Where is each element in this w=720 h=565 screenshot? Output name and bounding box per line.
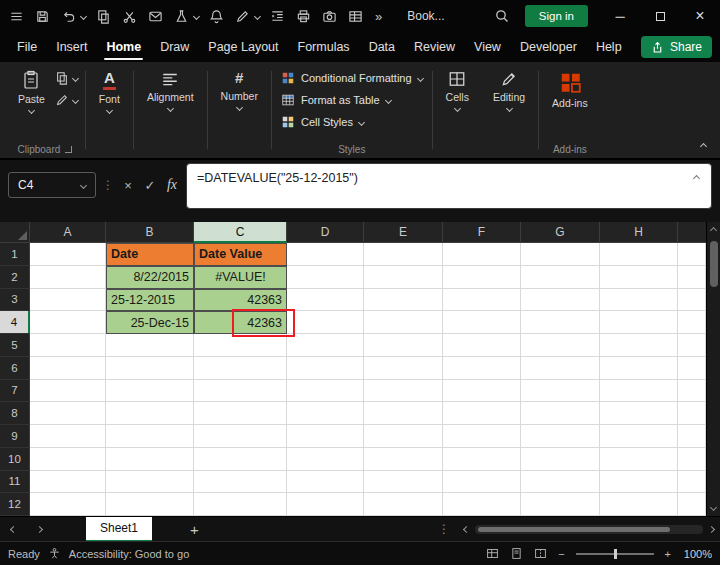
cell-c5[interactable] xyxy=(194,334,287,357)
sheet-bar-dots-icon[interactable]: ⋮ xyxy=(438,522,450,536)
row-header-2[interactable]: 2 xyxy=(0,266,30,289)
scroll-down-icon[interactable] xyxy=(710,504,717,511)
cell-h11[interactable] xyxy=(600,471,678,494)
clipboard-dialog-launcher-icon[interactable] xyxy=(65,146,72,153)
cell-c8[interactable] xyxy=(194,402,287,425)
cell-e4[interactable] xyxy=(364,311,443,334)
cell-a5[interactable] xyxy=(30,334,106,357)
column-header-d[interactable]: D xyxy=(287,222,364,243)
cell-c10[interactable] xyxy=(194,448,287,471)
editing-button[interactable]: Editing xyxy=(485,67,533,114)
cell-g9[interactable] xyxy=(521,425,600,448)
conditional-formatting-button[interactable]: Conditional Formatting xyxy=(277,67,427,89)
close-button[interactable]: × xyxy=(680,0,720,32)
tab-formulas[interactable]: Formulas xyxy=(297,33,351,61)
pen-icon[interactable] xyxy=(234,8,251,25)
cell-g11[interactable] xyxy=(521,471,600,494)
cell-f5[interactable] xyxy=(443,334,521,357)
cell-a7[interactable] xyxy=(30,380,106,403)
flask-icon[interactable] xyxy=(173,8,190,25)
add-sheet-button[interactable]: + xyxy=(190,521,199,538)
cell-b1[interactable]: Date xyxy=(106,243,194,266)
cell-h4[interactable] xyxy=(600,311,678,334)
maximize-button[interactable] xyxy=(640,0,680,32)
cell-d3[interactable] xyxy=(287,289,364,312)
cell-d10[interactable] xyxy=(287,448,364,471)
row-header-6[interactable]: 6 xyxy=(0,357,30,380)
tab-page-layout[interactable]: Page Layout xyxy=(207,33,279,61)
horizontal-scrollbar[interactable]: ⋮ xyxy=(438,522,720,536)
cell-g7[interactable] xyxy=(521,380,600,403)
indent-icon[interactable] xyxy=(269,8,286,25)
cell-b6[interactable] xyxy=(106,357,194,380)
cell-h5[interactable] xyxy=(600,334,678,357)
mail-icon[interactable] xyxy=(147,8,164,25)
paste-button[interactable]: Paste xyxy=(10,67,53,116)
tab-file[interactable]: File xyxy=(16,33,38,61)
sheet-nav-left-icon[interactable] xyxy=(0,527,26,532)
addins-button[interactable]: Add-ins xyxy=(544,67,596,112)
column-header-f[interactable]: F xyxy=(443,222,521,243)
cell-c11[interactable] xyxy=(194,471,287,494)
cell-f4[interactable] xyxy=(443,311,521,334)
search-icon[interactable] xyxy=(494,8,511,25)
formula-bar-dots-icon[interactable]: ⋮ xyxy=(102,172,114,198)
cell-d9[interactable] xyxy=(287,425,364,448)
cell-a6[interactable] xyxy=(30,357,106,380)
cell-g1[interactable] xyxy=(521,243,600,266)
cell-d7[interactable] xyxy=(287,380,364,403)
cell-f11[interactable] xyxy=(443,471,521,494)
vertical-scrollbar[interactable] xyxy=(706,222,720,516)
menu-icon[interactable] xyxy=(8,8,25,25)
column-header-h[interactable]: H xyxy=(600,222,678,243)
select-all-corner[interactable] xyxy=(0,222,30,243)
cell-b9[interactable] xyxy=(106,425,194,448)
flask-chevron-icon[interactable] xyxy=(193,12,200,19)
cell-a11[interactable] xyxy=(30,471,106,494)
cell-e7[interactable] xyxy=(364,380,443,403)
cell-e6[interactable] xyxy=(364,357,443,380)
column-header-a[interactable]: A xyxy=(30,222,106,243)
accessibility-icon[interactable] xyxy=(48,547,61,560)
row-header-8[interactable]: 8 xyxy=(0,402,30,425)
camera-icon[interactable] xyxy=(321,8,338,25)
zoom-in-button[interactable]: + xyxy=(665,548,671,560)
cell-f12[interactable] xyxy=(443,493,521,516)
cell-f1[interactable] xyxy=(443,243,521,266)
scroll-right-icon[interactable] xyxy=(708,525,715,532)
cell-h10[interactable] xyxy=(600,448,678,471)
format-as-table-button[interactable]: Format as Table xyxy=(277,89,427,111)
cell-h9[interactable] xyxy=(600,425,678,448)
cell-g4[interactable] xyxy=(521,311,600,334)
column-header-e[interactable]: E xyxy=(364,222,443,243)
cell-a12[interactable] xyxy=(30,493,106,516)
cell-b3[interactable]: 25-12-2015 xyxy=(106,289,194,312)
cell-c3[interactable]: 42363 xyxy=(194,289,287,312)
scroll-up-icon[interactable] xyxy=(710,227,717,234)
format-painter-button[interactable] xyxy=(55,93,78,107)
cell-d12[interactable] xyxy=(287,493,364,516)
row-header-9[interactable]: 9 xyxy=(0,425,30,448)
cell-c12[interactable] xyxy=(194,493,287,516)
row-header-11[interactable]: 11 xyxy=(0,471,30,494)
zoom-out-button[interactable]: − xyxy=(558,548,564,560)
name-box[interactable]: C4 xyxy=(8,172,96,198)
cell-c1[interactable]: Date Value xyxy=(194,243,287,266)
cell-f10[interactable] xyxy=(443,448,521,471)
zoom-slider-thumb[interactable] xyxy=(614,549,617,559)
cell-g12[interactable] xyxy=(521,493,600,516)
tab-review[interactable]: Review xyxy=(413,33,456,61)
cell-a2[interactable] xyxy=(30,266,106,289)
copy-button[interactable] xyxy=(55,71,78,85)
tab-help[interactable]: Help xyxy=(595,33,623,61)
cell-a10[interactable] xyxy=(30,448,106,471)
alignment-button[interactable]: Alignment xyxy=(139,67,202,114)
zoom-level[interactable]: 100% xyxy=(682,548,712,560)
tab-draw[interactable]: Draw xyxy=(159,33,190,61)
cells-button[interactable]: Cells xyxy=(438,67,477,114)
horizontal-scrollbar-track[interactable] xyxy=(475,525,703,534)
normal-view-icon[interactable] xyxy=(486,547,499,560)
cell-c7[interactable] xyxy=(194,380,287,403)
qat-overflow-icon[interactable]: » xyxy=(375,9,382,24)
cell-f3[interactable] xyxy=(443,289,521,312)
